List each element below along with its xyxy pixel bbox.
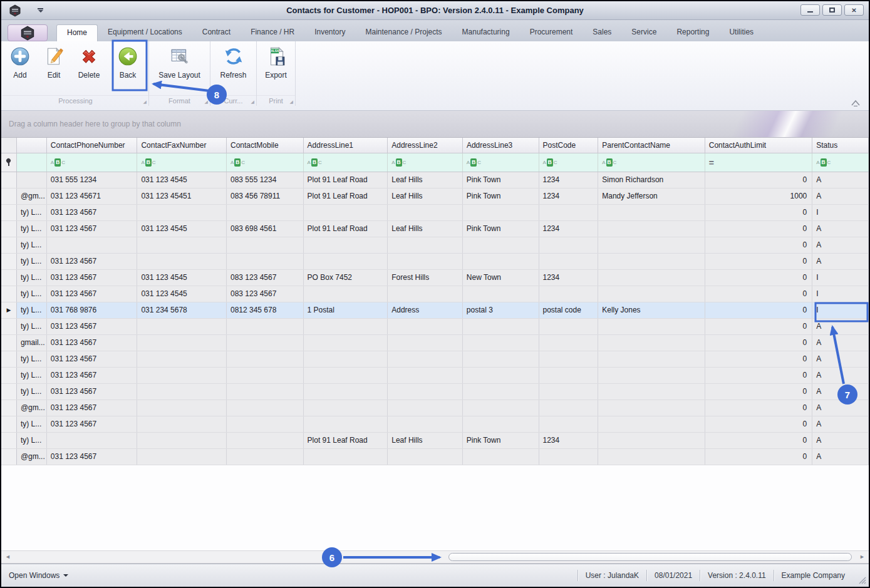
cell-parentcontactname[interactable] — [598, 237, 705, 253]
cell-contactauthlimit[interactable]: 0 — [705, 433, 813, 448]
cell-status[interactable]: A — [812, 384, 869, 400]
table-row[interactable]: @gm...031 123 45670A — [1, 400, 869, 416]
cell-contactmobile[interactable] — [227, 319, 304, 334]
filter-cell-contactauthlimit[interactable]: = — [705, 153, 813, 172]
cell-truncated[interactable]: ty) L... — [17, 254, 47, 269]
cell-addressline3[interactable]: Pink Town — [463, 172, 539, 188]
cell-truncated[interactable]: ty) L... — [17, 270, 47, 286]
cell-postcode[interactable] — [539, 205, 599, 220]
cell-status[interactable]: A — [812, 400, 869, 416]
cell-postcode[interactable]: 1234 — [539, 433, 599, 448]
column-header-contactphonenumber[interactable]: ContactPhoneNumber — [47, 138, 138, 153]
cell-contactfaxnumber[interactable] — [137, 416, 227, 432]
table-row[interactable]: ty) L...031 123 45670A — [1, 254, 869, 270]
cell-truncated[interactable] — [17, 172, 47, 188]
delete-button[interactable]: Delete — [70, 44, 108, 80]
cell-contactphonenumber[interactable]: 031 123 4567 — [47, 254, 138, 269]
dialog-launcher-icon[interactable]: ◢ — [290, 100, 293, 105]
cell-addressline3[interactable]: Pink Town — [463, 221, 539, 237]
cell-contactphonenumber[interactable]: 031 123 4567 — [47, 416, 138, 432]
cell-contactauthlimit[interactable]: 0 — [705, 221, 813, 237]
cell-contactfaxnumber[interactable] — [137, 433, 227, 448]
cell-contactmobile[interactable] — [227, 351, 304, 367]
cell-contactphonenumber[interactable]: 031 123 4567 — [47, 384, 138, 400]
filter-cell-postcode[interactable]: ABC — [539, 153, 599, 172]
tab-maintenance-projects[interactable]: Maintenance / Projects — [356, 24, 452, 41]
cell-status[interactable]: A — [812, 188, 869, 204]
filter-cell-contactmobile[interactable]: ABC — [227, 153, 304, 172]
cell-contactmobile[interactable]: 0812 345 678 — [227, 302, 304, 318]
cell-contactfaxnumber[interactable] — [137, 319, 227, 334]
cell-contactauthlimit[interactable]: 0 — [705, 319, 813, 334]
table-row[interactable]: ty) L...031 123 4567031 123 4545083 123 … — [1, 270, 869, 286]
column-header-status[interactable]: Status — [812, 138, 869, 153]
cell-status[interactable]: A — [812, 172, 869, 188]
cell-status[interactable]: A — [812, 319, 869, 334]
cell-parentcontactname[interactable] — [598, 449, 705, 465]
tab-equipment-locations[interactable]: Equipment / Locations — [98, 24, 192, 41]
cell-contactauthlimit[interactable]: 1000 — [705, 188, 813, 204]
tab-home[interactable]: Home — [56, 24, 98, 41]
cell-addressline3[interactable] — [463, 449, 539, 465]
cell-postcode[interactable] — [539, 351, 599, 367]
cell-addressline3[interactable] — [463, 286, 539, 302]
cell-contactfaxnumber[interactable]: 031 123 45451 — [137, 188, 227, 204]
cell-addressline1[interactable] — [304, 400, 388, 416]
cell-postcode[interactable] — [539, 449, 599, 465]
tab-contract[interactable]: Contract — [192, 24, 241, 41]
cell-contactmobile[interactable] — [227, 205, 304, 220]
cell-truncated[interactable]: ty) L... — [17, 351, 47, 367]
cell-truncated[interactable]: ty) L... — [17, 433, 47, 448]
tab-service[interactable]: Service — [621, 24, 666, 41]
cell-contactauthlimit[interactable]: 0 — [705, 368, 813, 383]
cell-contactauthlimit[interactable]: 0 — [705, 335, 813, 351]
cell-contactauthlimit[interactable]: 0 — [705, 172, 813, 188]
cell-contactphonenumber[interactable]: 031 123 4567 — [47, 400, 138, 416]
filter-cell-contactphonenumber[interactable]: ABC — [47, 153, 138, 172]
cell-status[interactable]: A — [812, 335, 869, 351]
cell-status[interactable]: I — [812, 205, 869, 220]
horizontal-scrollbar[interactable]: ◄ ► — [1, 550, 869, 564]
table-row[interactable]: ▶ty) L...031 768 9876031 234 56780812 34… — [1, 302, 869, 319]
cell-parentcontactname[interactable] — [598, 433, 705, 448]
cell-contactfaxnumber[interactable] — [137, 351, 227, 367]
tab-reporting[interactable]: Reporting — [666, 24, 719, 41]
cell-contactfaxnumber[interactable]: 031 123 4545 — [137, 172, 227, 188]
table-row[interactable]: gmail...031 123 45670A — [1, 335, 869, 351]
edit-button[interactable]: Edit — [38, 44, 70, 80]
back-button[interactable]: Back — [111, 44, 144, 80]
cell-contactmobile[interactable] — [227, 400, 304, 416]
cell-truncated[interactable]: ty) L... — [17, 221, 47, 237]
filter-cell-contactfaxnumber[interactable]: ABC — [137, 153, 227, 172]
cell-addressline3[interactable] — [463, 254, 539, 269]
cell-contactphonenumber[interactable]: 031 123 4567 — [47, 368, 138, 383]
cell-truncated[interactable]: ty) L... — [17, 302, 47, 318]
cell-addressline3[interactable] — [463, 368, 539, 383]
cell-contactmobile[interactable] — [227, 254, 304, 269]
cell-contactphonenumber[interactable]: 031 123 4567 — [47, 449, 138, 465]
cell-truncated[interactable]: @gm... — [17, 188, 47, 204]
column-header-contactfaxnumber[interactable]: ContactFaxNumber — [137, 138, 227, 153]
cell-postcode[interactable] — [539, 368, 599, 383]
cell-postcode[interactable] — [539, 254, 599, 269]
cell-contactfaxnumber[interactable]: 031 123 4545 — [137, 286, 227, 302]
cell-contactfaxnumber[interactable] — [137, 384, 227, 400]
tab-manufacturing[interactable]: Manufacturing — [452, 24, 520, 41]
cell-addressline1[interactable]: Plot 91 Leaf Road — [304, 221, 388, 237]
cell-parentcontactname[interactable] — [598, 254, 705, 269]
group-by-panel[interactable]: Drag a column header here to group by th… — [1, 111, 869, 138]
refresh-button[interactable]: Refresh — [213, 44, 254, 80]
cell-addressline3[interactable] — [463, 416, 539, 432]
cell-addressline3[interactable] — [463, 237, 539, 253]
table-row[interactable]: ty) L...031 123 4567031 123 4545083 698 … — [1, 221, 869, 237]
column-header-addressline3[interactable]: AddressLine3 — [463, 138, 539, 153]
filter-cell-status[interactable]: ABC — [812, 153, 869, 172]
column-header-addressline1[interactable]: AddressLine1 — [304, 138, 388, 153]
filter-cell-truncated[interactable] — [17, 153, 47, 172]
scrollbar-thumb[interactable] — [448, 553, 852, 561]
cell-addressline1[interactable] — [304, 351, 388, 367]
filter-cell-addressline1[interactable]: ABC — [304, 153, 388, 172]
cell-postcode[interactable]: 1234 — [539, 221, 599, 237]
cell-contactmobile[interactable]: 083 123 4567 — [227, 270, 304, 286]
cell-addressline3[interactable] — [463, 319, 539, 334]
